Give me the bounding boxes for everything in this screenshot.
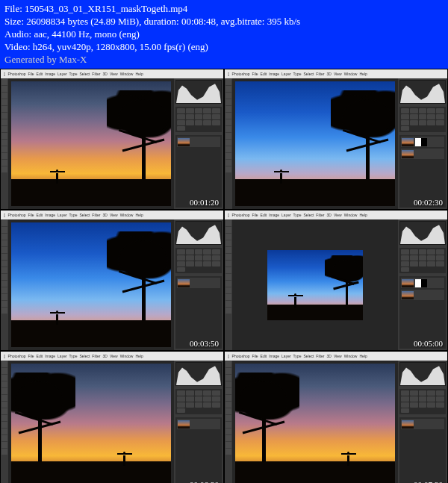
- tool-icon[interactable]: [1, 240, 7, 246]
- tool-icon[interactable]: [1, 261, 7, 267]
- adjustment-icon[interactable]: [177, 249, 185, 255]
- layer-row[interactable]: [401, 278, 444, 288]
- adjustments-panel[interactable]: [399, 248, 446, 273]
- adjustment-icon[interactable]: [212, 120, 220, 125]
- tool-icon[interactable]: [1, 375, 7, 381]
- menu-item[interactable]: File: [252, 354, 258, 358]
- histogram-panel[interactable]: [175, 80, 222, 104]
- tool-icon[interactable]: [225, 79, 231, 85]
- adjustment-icon[interactable]: [436, 108, 444, 113]
- menu-item[interactable]: View: [110, 213, 118, 217]
- canvas-area[interactable]: [8, 361, 174, 483]
- tool-icon[interactable]: [1, 153, 7, 159]
- adjustment-icon[interactable]: [427, 108, 435, 113]
- tool-icon[interactable]: [225, 99, 231, 105]
- tool-icon[interactable]: [1, 267, 7, 273]
- adjustment-icon[interactable]: [436, 249, 444, 255]
- tool-icon[interactable]: [225, 234, 231, 240]
- menu-item[interactable]: Select: [79, 213, 90, 217]
- tool-icon[interactable]: [225, 287, 231, 293]
- adjustment-icon[interactable]: [427, 120, 435, 125]
- tool-icon[interactable]: [1, 160, 7, 166]
- adjustment-icon[interactable]: [177, 108, 185, 113]
- menu-item[interactable]: 3D: [326, 354, 331, 358]
- tool-icon[interactable]: [1, 166, 7, 172]
- adjustment-icon[interactable]: [177, 126, 185, 131]
- tool-icon[interactable]: [225, 442, 231, 448]
- tool-icon[interactable]: [1, 227, 7, 233]
- menu-item[interactable]: Type: [293, 72, 302, 76]
- histogram-panel[interactable]: [175, 362, 222, 386]
- menu-item[interactable]: Edit: [261, 213, 267, 217]
- layers-panel[interactable]: [175, 417, 222, 483]
- tool-icon[interactable]: [225, 361, 231, 367]
- adjustment-icon[interactable]: [177, 267, 185, 272]
- tool-icon[interactable]: [225, 153, 231, 159]
- menu-item[interactable]: Edit: [261, 354, 267, 358]
- tool-icon[interactable]: [1, 422, 7, 428]
- adjustment-icon[interactable]: [427, 249, 435, 255]
- tool-icon[interactable]: [225, 395, 231, 401]
- tool-icon[interactable]: [1, 140, 7, 146]
- tool-icon[interactable]: [225, 240, 231, 246]
- adjustment-icon[interactable]: [436, 120, 444, 125]
- adjustment-icon[interactable]: [410, 108, 418, 113]
- tool-icon[interactable]: [1, 119, 7, 125]
- tools-panel[interactable]: [1, 78, 8, 209]
- menu-item[interactable]: Window: [120, 213, 134, 217]
- adjustments-panel[interactable]: [399, 107, 446, 132]
- tool-icon[interactable]: [1, 415, 7, 421]
- menu-item[interactable]: 3D: [326, 213, 331, 217]
- menu-item[interactable]: File: [252, 213, 258, 217]
- adjustment-icon[interactable]: [212, 402, 220, 408]
- layers-panel[interactable]: [175, 135, 222, 208]
- tool-icon[interactable]: [1, 93, 7, 99]
- menu-item[interactable]: Window: [344, 72, 358, 76]
- tools-panel[interactable]: [1, 361, 8, 483]
- menu-item[interactable]: 3D: [326, 72, 331, 76]
- adjustment-icon[interactable]: [410, 261, 418, 267]
- adjustment-icon[interactable]: [419, 255, 427, 261]
- adjustment-icon[interactable]: [195, 120, 203, 125]
- adjustment-icon[interactable]: [410, 114, 418, 119]
- adjustment-icon[interactable]: [195, 255, 203, 261]
- layer-row[interactable]: [177, 278, 220, 288]
- adjustment-icon[interactable]: [186, 255, 194, 261]
- tools-panel[interactable]: [1, 219, 8, 350]
- layer-row[interactable]: [177, 137, 220, 147]
- menu-item[interactable]: Image: [269, 72, 279, 76]
- tool-icon[interactable]: [1, 113, 7, 119]
- tool-icon[interactable]: [225, 375, 231, 381]
- adjustment-icon[interactable]: [401, 408, 409, 414]
- adjustment-icon[interactable]: [401, 402, 409, 408]
- adjustment-icon[interactable]: [401, 255, 409, 261]
- adjustment-icon[interactable]: [177, 402, 185, 408]
- adjustment-icon[interactable]: [436, 396, 444, 402]
- adjustment-icon[interactable]: [419, 114, 427, 119]
- adjustment-icon[interactable]: [401, 390, 409, 396]
- adjustment-icon[interactable]: [401, 249, 409, 255]
- menu-item[interactable]: Select: [303, 213, 314, 217]
- menu-item[interactable]: Help: [359, 213, 367, 217]
- adjustments-panel[interactable]: [175, 389, 222, 414]
- adjustments-panel[interactable]: [175, 248, 222, 273]
- adjustment-icon[interactable]: [212, 114, 220, 119]
- tools-panel[interactable]: [225, 78, 232, 209]
- tool-icon[interactable]: [225, 254, 231, 260]
- tool-icon[interactable]: [1, 287, 7, 293]
- tool-icon[interactable]: [1, 442, 7, 448]
- tool-icon[interactable]: [1, 435, 7, 441]
- tool-icon[interactable]: [225, 146, 231, 152]
- adjustment-icon[interactable]: [427, 402, 435, 408]
- adjustment-icon[interactable]: [401, 126, 409, 131]
- adjustment-icon[interactable]: [427, 114, 435, 119]
- adjustment-icon[interactable]: [203, 261, 211, 267]
- tool-icon[interactable]: [225, 281, 231, 287]
- tools-panel[interactable]: [225, 361, 232, 483]
- adjustment-icon[interactable]: [203, 249, 211, 255]
- adjustment-icon[interactable]: [419, 402, 427, 408]
- tool-icon[interactable]: [1, 294, 7, 300]
- adjustment-icon[interactable]: [401, 108, 409, 113]
- menu-item[interactable]: Layer: [281, 354, 291, 358]
- adjustment-icon[interactable]: [203, 255, 211, 261]
